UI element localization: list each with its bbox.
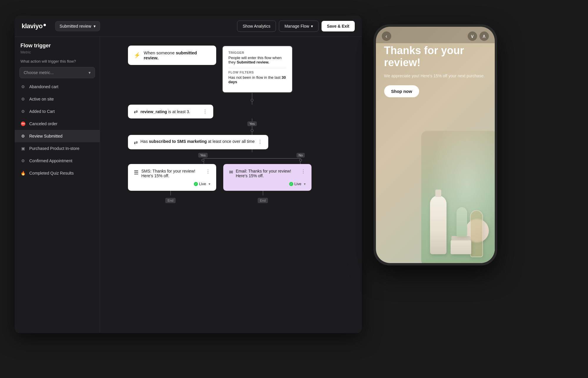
email-more-btn[interactable]: ⋮ — [301, 169, 306, 174]
metric-icon-review-submitted: ⚙ — [21, 133, 26, 139]
manage-flow-chevron-icon: ▾ — [311, 24, 313, 29]
sidebar-item-review-submitted[interactable]: ⚙ Review Submitted — [15, 130, 100, 142]
sms-action-node[interactable]: ☰ SMS: Thanks for your review! Here's 15… — [128, 164, 216, 191]
phone-back-btn[interactable]: ‹ — [382, 31, 391, 41]
connector-1 — [171, 93, 334, 105]
show-analytics-button[interactable]: Show Analytics — [237, 21, 276, 32]
metric-label-confirmed-appointment: Confirmed Appointment — [29, 158, 72, 163]
v-line-2 — [252, 118, 252, 121]
sidebar-item-abandoned-cart[interactable]: ⚙ Abandoned cart — [15, 81, 100, 93]
info-divider — [229, 68, 286, 68]
node-dot-yes — [201, 159, 204, 162]
metric-icon-canceled-order: ⛔ — [21, 121, 26, 126]
email-end-connector: End — [220, 191, 306, 203]
horizontal-split: Yes No — [204, 152, 301, 164]
sidebar-item-added-to-cart[interactable]: ⚙ Added to Cart — [15, 105, 100, 118]
phone-header: ‹ ∨ ∧ — [376, 27, 495, 43]
phone-nav-right: ∨ ∧ — [468, 31, 489, 41]
canvas[interactable]: ⚡ When someone submitted review. Trigger… — [100, 37, 362, 333]
email-live-label: Live — [294, 182, 302, 186]
save-exit-button[interactable]: Save & Exit — [322, 21, 354, 31]
phone-hero: Thanks for your review! We appreciate yo… — [376, 27, 495, 263]
no-branch-label: No — [297, 153, 305, 162]
phone-down-btn[interactable]: ∨ — [468, 31, 477, 41]
sms-more-btn[interactable]: ⋮ — [206, 169, 210, 174]
filters-label: Flow filters — [229, 71, 286, 74]
sk-dropper — [470, 210, 483, 257]
condition-more-btn-1[interactable]: ⋮ — [203, 109, 207, 114]
action-nodes-row: ☰ SMS: Thanks for your review! Here's 15… — [128, 164, 334, 191]
sidebar-item-purchased-product[interactable]: ▣ Purchased Product In-store — [15, 142, 100, 155]
sidebar-item-completed-quiz[interactable]: 🔥 Completed Quiz Results — [15, 167, 100, 179]
skincare-display — [424, 148, 495, 263]
sidebar-item-canceled-order[interactable]: ⛔ Canceled order — [15, 118, 100, 130]
email-end-badge: End — [258, 198, 268, 203]
metric-icon-abandoned-cart: ⚙ — [21, 84, 26, 89]
sk-bottle-tall — [430, 195, 447, 254]
metric-label-review-submitted: Review Submitted — [29, 134, 63, 138]
flow-name-label: Submitted review — [60, 24, 91, 29]
sidebar-item-active-on-site[interactable]: ⚙ Active on site — [15, 93, 100, 105]
header-actions: Show Analytics Manage Flow ▾ Save & Exit — [237, 21, 354, 32]
chevron-down-icon: ▾ — [94, 24, 96, 29]
metric-icon-purchased-product: ▣ — [21, 146, 26, 151]
phone-product-area — [421, 131, 495, 263]
trigger-node[interactable]: ⚡ When someone submitted review. — [128, 46, 216, 65]
sms-status: Live ▾ — [134, 182, 210, 186]
email-action-node[interactable]: ✉ Email: Thanks for your review! Here's … — [223, 164, 312, 191]
yes-label-2: Yes — [198, 153, 208, 158]
connector-2: Yes — [171, 118, 334, 135]
email-icon: ✉ — [229, 169, 233, 175]
flow-info-box: Trigger People will enter this flow when… — [222, 46, 293, 93]
trigger-bold: submitted review. — [144, 50, 197, 60]
email-status: Live ▾ — [229, 182, 306, 186]
h-split-line — [204, 158, 301, 159]
condition-node-2[interactable]: ⇄ Has subscribed to SMS marketing at lea… — [128, 135, 268, 149]
email-status-chevron-icon[interactable]: ▾ — [304, 182, 306, 186]
sms-end-line — [170, 191, 171, 195]
manage-flow-button[interactable]: Manage Flow ▾ — [279, 21, 319, 32]
phone-shop-button[interactable]: Shop now — [384, 85, 419, 97]
sms-status-chevron-icon[interactable]: ▾ — [209, 182, 210, 186]
phone-up-btn[interactable]: ∧ — [479, 31, 489, 41]
metric-label-purchased-product: Purchased Product In-store — [29, 146, 79, 151]
flow-name-dropdown[interactable]: Submitted review ▾ — [55, 21, 100, 31]
node-dot-1 — [251, 99, 254, 102]
sms-title: SMS: Thanks for your review! Here's 15% … — [141, 169, 203, 178]
app-body: Flow trigger Metric What action will tri… — [15, 37, 362, 333]
metric-icon-completed-quiz: 🔥 — [21, 170, 26, 176]
split-connector: Yes No — [171, 149, 334, 164]
metric-dropdown[interactable]: Choose metric... ▾ — [19, 67, 95, 78]
metric-icon-added-to-cart: ⚙ — [21, 109, 26, 114]
yes-label-1: Yes — [247, 121, 257, 126]
metric-label-abandoned-cart: Abandoned cart — [29, 84, 59, 89]
email-live-dot — [289, 182, 293, 186]
metric-label-added-to-cart: Added to Cart — [29, 109, 55, 114]
metric-label-completed-quiz: Completed Quiz Results — [29, 171, 74, 175]
node-dot-no — [299, 159, 302, 162]
email-end-line — [263, 191, 263, 195]
sidebar-item-confirmed-appointment[interactable]: ⚙ Confirmed Appointment — [15, 155, 100, 167]
condition-text-1: review_rating is at least 3. — [141, 109, 190, 114]
phone-hero-subtitle: We appreciate you! Here's 15% off your n… — [384, 73, 487, 78]
phone-mockup: ‹ ∨ ∧ Thanks for your review! We appreci… — [374, 24, 497, 265]
logo-text: klaviyo — [22, 22, 43, 30]
phone-hero-title: Thanks for your review! — [384, 44, 487, 69]
metric-label-canceled-order: Canceled order — [29, 121, 58, 126]
condition-node-1[interactable]: ⇄ review_rating is at least 3. ⋮ — [128, 105, 213, 118]
trigger-desc-bold: Submitted review. — [237, 60, 269, 64]
flow-canvas-inner: ⚡ When someone submitted review. Trigger… — [128, 46, 334, 203]
trigger-node-content: ⚡ When someone submitted review. — [134, 50, 210, 60]
trigger-text: When someone submitted review. — [144, 50, 210, 60]
metric-dropdown-label: Choose metric... — [24, 70, 54, 75]
condition-icon-2: ⇄ — [134, 140, 138, 145]
email-live-status: Live — [289, 182, 302, 186]
manage-flow-label: Manage Flow — [284, 24, 309, 29]
sms-live-dot — [194, 182, 198, 186]
sidebar: Flow trigger Metric What action will tri… — [15, 37, 100, 333]
condition-more-btn-2[interactable]: ⋮ — [258, 139, 262, 145]
trigger-description: People will enter this flow when they Su… — [229, 56, 286, 64]
metric-dropdown-chevron-icon: ▾ — [89, 70, 91, 75]
end-badges-row: End End — [128, 191, 334, 203]
no-label: No — [297, 153, 305, 158]
